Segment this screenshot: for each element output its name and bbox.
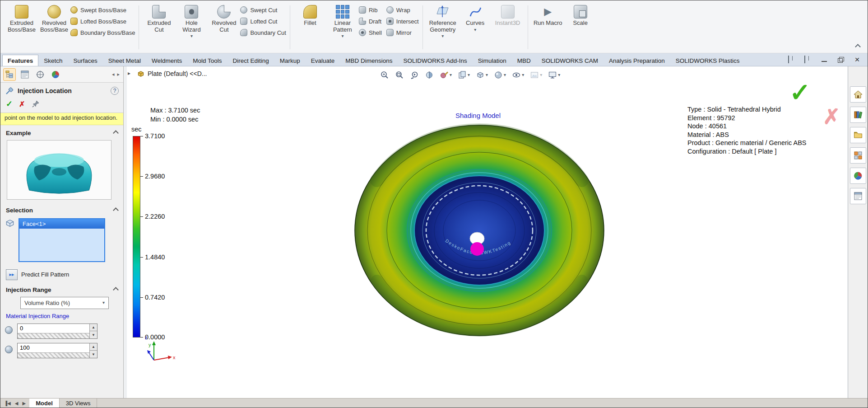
linear-pattern-button[interactable]: Linear Pattern ▾	[326, 3, 359, 39]
tab-direct-editing[interactable]: Direct Editing	[227, 55, 274, 66]
tab-mbd[interactable]: MBD	[512, 55, 536, 66]
chevron-down-icon[interactable]: ▾	[486, 73, 488, 77]
plate-model[interactable]	[355, 125, 604, 336]
hole-wizard-dropdown-icon[interactable]: ▾	[190, 34, 193, 38]
model-tab[interactable]: Model	[29, 399, 60, 408]
display-manager-tab[interactable]	[49, 68, 62, 81]
previous-view-button[interactable]	[408, 70, 420, 80]
view-orientation-button[interactable]: ▾	[474, 70, 489, 80]
spin-down-icon[interactable]: ▼	[90, 351, 97, 358]
pin-icon[interactable]	[32, 100, 40, 108]
draft-button[interactable]: Draft	[359, 18, 382, 25]
feature-manager-tab[interactable]	[3, 68, 16, 81]
extruded-boss-base-button[interactable]: Extruded Boss/Base	[5, 3, 38, 34]
predict-fill-pattern-button[interactable]: ▸▸ Predict Fill Pattern	[0, 265, 123, 282]
instant3d-button[interactable]: Instant3D	[492, 3, 524, 28]
revolved-boss-base-button[interactable]: Revolved Boss/Base	[38, 3, 70, 34]
flyout-tree-expand-icon[interactable]: ▸	[128, 70, 130, 76]
cancel-button[interactable]: ✗	[19, 100, 25, 108]
chevron-down-icon[interactable]: ▾	[558, 73, 560, 77]
collapse-example-icon[interactable]	[113, 130, 119, 136]
chevron-down-icon[interactable]: ▾	[540, 73, 542, 77]
custom-properties-button[interactable]	[850, 188, 866, 204]
intersect-button[interactable]: Intersect	[386, 18, 419, 25]
spin-up-icon[interactable]: ▲	[90, 324, 97, 332]
view-palette-button[interactable]	[850, 147, 866, 164]
curves-dropdown-icon[interactable]: ▾	[474, 28, 476, 32]
tab-analysis-preparation[interactable]: Analysis Preparation	[603, 55, 670, 66]
reference-geometry-button[interactable]: Reference Geometry ▾	[427, 3, 459, 39]
ok-button[interactable]: ✓	[6, 99, 13, 109]
apply-scene-button[interactable]: ▾	[529, 70, 543, 80]
collapse-selection-icon[interactable]	[113, 207, 119, 213]
undock-pane-icon[interactable]	[788, 56, 789, 63]
rib-button[interactable]: Rib	[359, 6, 382, 14]
chevron-down-icon[interactable]: ▾	[468, 73, 470, 77]
example-section-header[interactable]: Example	[0, 125, 123, 139]
tab-scroll-right-icon[interactable]: ▶	[20, 400, 28, 406]
manager-tab-scroll-left-icon[interactable]: ◂	[111, 70, 116, 78]
hide-show-items-button[interactable]: ▾	[511, 70, 525, 80]
boundary-boss-base-button[interactable]: Boundary Boss/Base	[70, 29, 135, 36]
appearances-scenes-button[interactable]	[850, 168, 866, 184]
section-view-button[interactable]	[423, 70, 435, 80]
chevron-down-icon[interactable]: ▾	[450, 73, 452, 77]
linear-pattern-dropdown-icon[interactable]: ▾	[341, 34, 343, 38]
design-library-button[interactable]	[850, 107, 866, 123]
feature-tree-root[interactable]: Plate (Default) <<D...	[137, 70, 207, 78]
tab-sheet-metal[interactable]: Sheet Metal	[103, 55, 146, 66]
tab-solidworks-plastics[interactable]: SOLIDWORKS Plastics	[670, 55, 745, 66]
lofted-boss-base-button[interactable]: Lofted Boss/Base	[70, 18, 135, 25]
edit-appearance-button[interactable]: ▾	[438, 70, 453, 80]
boundary-cut-button[interactable]: Boundary Cut	[240, 29, 286, 36]
spin-up-icon[interactable]: ▲	[90, 343, 97, 351]
annotation-views-button[interactable]: ▾	[456, 70, 471, 80]
3d-views-tab[interactable]: 3D Views	[60, 399, 97, 408]
minimize-icon[interactable]	[821, 56, 829, 63]
tab-simulation[interactable]: Simulation	[473, 55, 512, 66]
property-manager-tab[interactable]	[19, 68, 31, 81]
manager-tab-scroll-right-icon[interactable]: ▸	[116, 70, 121, 78]
selection-item[interactable]: Face<1>	[19, 219, 104, 229]
chevron-down-icon[interactable]: ▾	[504, 73, 506, 77]
hole-wizard-button[interactable]: Hole Wizard ▾	[175, 3, 208, 39]
display-style-button[interactable]: ▾	[492, 70, 507, 80]
tab-surfaces[interactable]: Surfaces	[68, 55, 103, 66]
tab-scroll-left-icon[interactable]: ◀	[13, 400, 20, 406]
reference-geometry-dropdown-icon[interactable]: ▾	[441, 34, 444, 38]
fillet-button[interactable]: Fillet	[294, 3, 326, 28]
confirm-ok-button[interactable]: ✓	[789, 80, 811, 105]
tab-mold-tools[interactable]: Mold Tools	[187, 55, 227, 66]
chevron-down-icon[interactable]: ▾	[522, 73, 524, 77]
range-min-slider[interactable]	[18, 333, 89, 338]
selection-section-header[interactable]: Selection	[0, 202, 123, 216]
close-icon[interactable]: ×	[853, 56, 861, 63]
spin-down-icon[interactable]: ▼	[90, 331, 97, 338]
file-explorer-button[interactable]	[850, 127, 866, 143]
tab-solidworks-add-ins[interactable]: SOLIDWORKS Add-Ins	[398, 55, 473, 66]
range-type-dropdown[interactable]: Volume Ratio (%) ▾	[20, 297, 109, 309]
tab-mbd-dimensions[interactable]: MBD Dimensions	[340, 55, 398, 66]
curves-button[interactable]: Curves ▾	[459, 3, 492, 33]
tab-weldments[interactable]: Weldments	[146, 55, 187, 66]
graphics-viewport[interactable]: DeskoFacultySWKTesting ▸ Plate (Default)…	[127, 66, 848, 398]
run-macro-button[interactable]: ▶ Run Macro	[532, 3, 564, 28]
solidworks-resources-button[interactable]	[850, 86, 866, 103]
selection-listbox[interactable]: Face<1>	[19, 218, 105, 262]
injection-range-section-header[interactable]: Injection Range	[0, 282, 123, 296]
swept-boss-base-button[interactable]: Swept Boss/Base	[70, 6, 135, 14]
tab-markup[interactable]: Markup	[274, 55, 306, 66]
zoom-area-button[interactable]	[394, 70, 405, 80]
shell-button[interactable]: Shell	[359, 29, 382, 36]
restore-icon[interactable]	[837, 56, 845, 63]
scale-button[interactable]: Scale	[564, 3, 597, 28]
view-settings-button[interactable]: ▾	[547, 70, 562, 80]
tab-evaluate[interactable]: Evaluate	[306, 55, 340, 66]
mirror-button[interactable]: Mirror	[386, 29, 419, 36]
selection-listbox-body[interactable]	[19, 229, 104, 261]
tab-sketch[interactable]: Sketch	[38, 55, 68, 66]
configuration-manager-tab[interactable]	[34, 68, 46, 81]
collapse-ribbon-icon[interactable]	[855, 43, 860, 48]
tab-solidworks-cam[interactable]: SOLIDWORKS CAM	[536, 55, 603, 66]
range-min-input[interactable]	[18, 324, 89, 333]
